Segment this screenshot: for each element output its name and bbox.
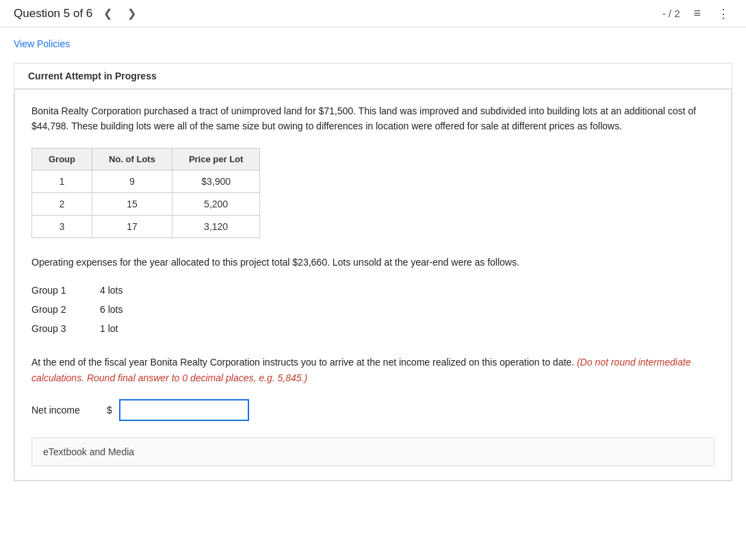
table-cell: 15 xyxy=(92,192,172,215)
main-content: View Policies Current Attempt in Progres… xyxy=(0,27,746,492)
table-header-lots: No. of Lots xyxy=(92,148,172,170)
unsold-lot-label: Group 3 xyxy=(31,323,86,334)
more-icon: ⋮ xyxy=(717,7,730,21)
more-options-button[interactable]: ⋮ xyxy=(715,5,732,23)
table-cell: 2 xyxy=(32,192,92,215)
unsold-lot-label: Group 2 xyxy=(31,304,86,315)
net-income-row: Net income $ xyxy=(31,399,715,421)
table-cell: 3,120 xyxy=(172,215,259,238)
table-cell: 1 xyxy=(32,170,92,192)
unsold-lot-label: Group 1 xyxy=(31,285,86,296)
table-row: 2155,200 xyxy=(32,192,260,215)
table-header-price: Price per Lot xyxy=(172,148,259,170)
table-cell: 3 xyxy=(32,215,92,238)
question-body: Bonita Realty Corporation purchased a tr… xyxy=(14,89,732,481)
view-policies-link[interactable]: View Policies xyxy=(14,38,732,49)
net-income-label: Net income xyxy=(31,405,100,416)
etextbook-bar: eTextbook and Media xyxy=(31,437,715,466)
etextbook-label: eTextbook and Media xyxy=(43,446,134,457)
question-intro: Bonita Realty Corporation purchased a tr… xyxy=(31,103,715,134)
table-row: 19$3,900 xyxy=(32,170,260,192)
chevron-right-icon: ❯ xyxy=(127,8,136,19)
attempt-title: Current Attempt in Progress xyxy=(28,71,718,81)
operating-expenses-text: Operating expenses for the year allocate… xyxy=(31,255,715,270)
list-icon-button[interactable]: ≡ xyxy=(691,5,704,22)
lots-table: Group No. of Lots Price per Lot 19$3,900… xyxy=(31,148,260,238)
unsold-lot-row: Group 31 lot xyxy=(31,319,715,338)
header-right: - / 2 ≡ ⋮ xyxy=(663,5,732,23)
net-income-input[interactable] xyxy=(119,399,249,421)
instruction-main: At the end of the fiscal year Bonita Rea… xyxy=(31,357,577,368)
table-cell: 5,200 xyxy=(172,192,259,215)
table-cell: 9 xyxy=(92,170,172,192)
next-button[interactable]: ❯ xyxy=(123,5,140,21)
attempt-header: Current Attempt in Progress xyxy=(14,64,732,89)
prev-button[interactable]: ❮ xyxy=(99,5,116,21)
unsold-lot-row: Group 14 lots xyxy=(31,281,715,300)
page-header: Question 5 of 6 ❮ ❯ - / 2 ≡ ⋮ xyxy=(0,0,746,27)
unsold-lot-value: 4 lots xyxy=(100,285,123,296)
instruction-text: At the end of the fiscal year Bonita Rea… xyxy=(31,355,715,385)
list-icon: ≡ xyxy=(693,6,701,20)
unsold-lots-section: Group 14 lotsGroup 26 lotsGroup 31 lot xyxy=(31,281,715,338)
table-cell: $3,900 xyxy=(172,170,259,192)
dollar-sign: $ xyxy=(107,405,112,416)
question-title: Question 5 of 6 xyxy=(14,7,92,21)
question-container: Current Attempt in Progress Bonita Realt… xyxy=(14,63,732,481)
page-count: - / 2 xyxy=(663,8,680,19)
unsold-lot-value: 1 lot xyxy=(100,323,118,334)
unsold-lot-value: 6 lots xyxy=(100,304,123,315)
table-header-group: Group xyxy=(32,148,92,170)
table-cell: 17 xyxy=(92,215,172,238)
table-row: 3173,120 xyxy=(32,215,260,238)
header-left: Question 5 of 6 ❮ ❯ xyxy=(14,5,140,21)
chevron-left-icon: ❮ xyxy=(103,8,112,19)
unsold-lot-row: Group 26 lots xyxy=(31,300,715,319)
